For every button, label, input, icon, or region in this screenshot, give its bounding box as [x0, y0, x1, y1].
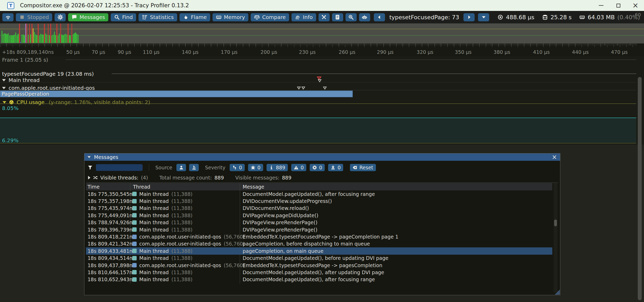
zone-filter-button[interactable] — [478, 13, 489, 21]
severity-bug-button[interactable]: 0 — [248, 164, 263, 171]
frame-bar — [56, 24, 57, 43]
severity-fatal-button[interactable]: 0 — [328, 164, 343, 171]
severity-count: 0 — [301, 165, 304, 170]
main-scrollbar[interactable] — [638, 77, 642, 300]
severity-warning-button[interactable]: 0 — [291, 164, 306, 171]
reset-button[interactable]: Reset — [350, 164, 376, 171]
maximize-button[interactable] — [610, 0, 627, 11]
messages-button[interactable]: Messages — [68, 13, 108, 21]
expand-icon[interactable] — [88, 176, 90, 179]
messages-scrollbar-thumb[interactable] — [554, 220, 557, 226]
minimize-icon — [599, 5, 603, 6]
message-row[interactable]: 18s 810,652,943nsMain thread(11,388)Docu… — [86, 276, 552, 283]
message-row[interactable]: 18s 775,435,974nsMain thread(11,388)DVID… — [86, 205, 552, 212]
severity-debug-button[interactable]: 0 — [230, 164, 245, 171]
messages-filter-row: Source Severity 00889000 Reset — [88, 164, 557, 171]
collapse-icon[interactable] — [2, 79, 6, 81]
collapse-icon[interactable] — [88, 156, 91, 158]
close-button[interactable]: × — [627, 0, 644, 11]
message-marker-icon[interactable] — [301, 86, 306, 90]
message-thread: Main thread(11,388) — [130, 227, 240, 233]
collapse-icon[interactable] — [2, 87, 6, 89]
ruler-label: 380 µs — [494, 49, 510, 55]
frame-bar — [49, 35, 50, 43]
ruler-label: 70 µs — [92, 49, 105, 55]
severity-count: 889 — [276, 165, 285, 170]
collapse-icon[interactable] — [3, 101, 6, 104]
resize-grip[interactable] — [555, 290, 560, 295]
search-icon — [114, 14, 120, 20]
automation-button[interactable] — [359, 13, 370, 21]
statistics-button[interactable]: Statistics — [138, 13, 177, 21]
frame-bar — [20, 42, 21, 43]
message-row[interactable]: 18s 809,434,514nsMain thread(11,388)Docu… — [86, 255, 552, 262]
message-filter-input[interactable] — [96, 164, 143, 171]
stopped-button[interactable]: Stopped — [16, 13, 52, 21]
messages-close-button[interactable]: × — [552, 154, 557, 160]
memory-label: Memory — [224, 14, 245, 20]
zoom-button[interactable] — [346, 13, 357, 21]
frame-bar — [60, 24, 61, 43]
message-row[interactable]: 18s 809,421,342nscom.apple.root.user-ini… — [86, 240, 552, 247]
message-marker-icon[interactable] — [323, 86, 327, 90]
message-row[interactable]: 18s 809,418,221nscom.apple.root.user-ini… — [86, 233, 552, 240]
thread-name: Main thread — [139, 255, 169, 261]
annotations-button[interactable] — [332, 13, 343, 21]
messages-titlebar[interactable]: Messages × — [84, 153, 560, 161]
thread-color-swatch — [132, 199, 137, 203]
message-marker-icon[interactable] — [297, 86, 301, 90]
message-row[interactable]: 18s 775,449,091nsMain thread(11,388)DVIP… — [86, 212, 552, 219]
severity-info-button[interactable]: 889 — [267, 164, 288, 171]
message-row[interactable]: 18s 809,433,481nsMain thread(11,388)page… — [86, 247, 552, 254]
frame-histogram[interactable] — [0, 23, 644, 43]
flame-button[interactable]: Flame — [180, 13, 210, 21]
find-button[interactable]: Find — [111, 13, 136, 21]
message-text: DVIPageView.preRenderPage() — [240, 227, 552, 233]
zone-bar-pagepassoperation[interactable]: PagePassOperation — [0, 91, 353, 97]
doc-icon — [335, 14, 340, 20]
frame-bar — [35, 34, 36, 43]
info-button[interactable]: Info — [291, 13, 316, 21]
next-zone-button[interactable] — [463, 13, 475, 21]
frame-span-label[interactable]: Frame 1 (25.05 s) — [2, 57, 48, 63]
tools-button[interactable] — [318, 13, 330, 21]
prev-zone-button[interactable] — [374, 13, 385, 21]
bug-icon — [251, 165, 255, 170]
severity-error-button[interactable]: 0 — [310, 164, 325, 171]
caret-left-icon — [376, 14, 382, 20]
frame-bar — [19, 24, 20, 43]
timeline[interactable]: Frame 1 (25.05 s) typesetFocusedPage 19 … — [0, 56, 644, 145]
sort-icon — [142, 14, 148, 20]
thread-name: Main thread — [139, 277, 169, 282]
visible-threads-label[interactable]: Visible threads: — [100, 175, 138, 181]
minimize-button[interactable] — [593, 0, 610, 11]
column-header-time[interactable]: Time — [86, 184, 130, 190]
filter-icon — [88, 165, 93, 170]
message-row[interactable]: 18s 789,396,739nsMain thread(11,388)DVIP… — [86, 226, 552, 233]
zone-span-label[interactable]: typesetFocusedPage 19 (23.08 ms) — [2, 71, 94, 77]
message-row[interactable]: 18s 810,646,157nsMain thread(11,388)Docu… — [86, 269, 552, 276]
frame-bar — [24, 35, 25, 43]
connection-button[interactable] — [2, 13, 14, 21]
column-header-message[interactable]: Message — [240, 184, 552, 190]
source-internal-button[interactable] — [189, 164, 199, 171]
thread-color-swatch — [132, 192, 137, 196]
frame-bar — [38, 24, 38, 43]
message-row[interactable]: 18s 788,974,926nsMain thread(11,388)DVIP… — [86, 219, 552, 226]
memory-button[interactable]: Memory — [213, 13, 248, 21]
robot-icon — [362, 14, 367, 20]
compare-button[interactable]: Compare — [251, 13, 289, 21]
settings-button[interactable] — [55, 13, 66, 21]
messages-scrollbar[interactable] — [554, 183, 557, 292]
message-marker-icon[interactable] — [318, 79, 322, 82]
source-user-button[interactable] — [176, 164, 186, 171]
fps-counter: 60 — [635, 12, 641, 17]
time-ruler[interactable]: +18s 809,189,140ns50 µs70 µs90 µs110 µs1… — [0, 43, 644, 56]
thread-message-count: (11,388) — [171, 213, 192, 218]
frame-bar — [17, 35, 17, 43]
column-header-thread[interactable]: Thread — [130, 184, 240, 190]
message-row[interactable]: 18s 775,357,198nsMain thread(11,388)DVID… — [86, 197, 552, 204]
message-row[interactable]: 18s 809,437,898nscom.apple.root.user-ini… — [86, 262, 552, 269]
cpu-usage-header[interactable]: CPU usage (y-range: 1.76%, visible data … — [3, 99, 150, 105]
message-row[interactable]: 18s 775,350,545nsMain thread(11,388)Docu… — [86, 190, 552, 197]
